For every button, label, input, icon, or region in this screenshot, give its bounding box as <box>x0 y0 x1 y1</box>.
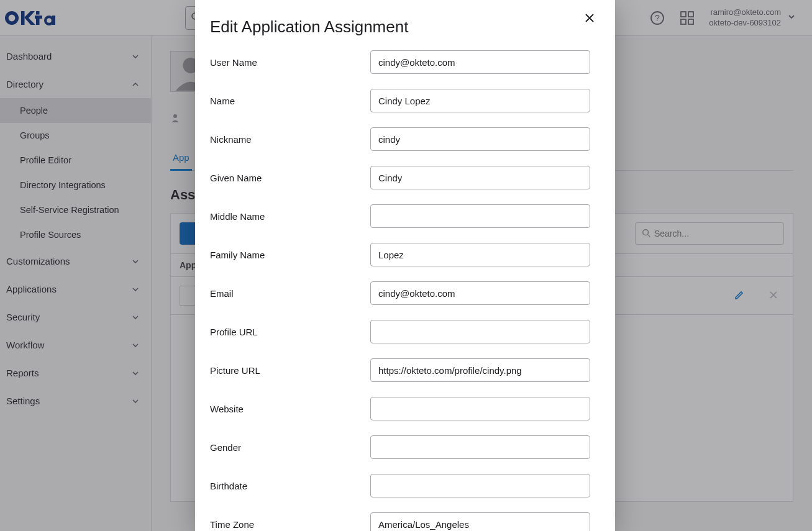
field-label: Profile URL <box>210 327 370 337</box>
field-label: Website <box>210 404 370 414</box>
website-input[interactable] <box>370 397 590 420</box>
profile-url-input[interactable] <box>370 320 590 343</box>
nickname-input[interactable] <box>370 127 590 151</box>
field-label: Nickname <box>210 134 370 145</box>
family-name-input[interactable] <box>370 243 590 266</box>
close-icon[interactable] <box>584 12 598 26</box>
time-zone-input[interactable] <box>370 512 590 531</box>
email-input[interactable] <box>370 281 590 305</box>
field-label: Given Name <box>210 173 370 183</box>
middle-name-input[interactable] <box>370 204 590 228</box>
field-label: Name <box>210 96 370 106</box>
field-label: Email <box>210 288 370 299</box>
user-name-input[interactable] <box>370 50 590 74</box>
field-label: Middle Name <box>210 211 370 222</box>
field-label: Birthdate <box>210 481 370 491</box>
birthdate-input[interactable] <box>370 474 590 497</box>
modal-title: Edit Application Assignment <box>210 17 590 37</box>
gender-input[interactable] <box>370 435 590 459</box>
field-label: Gender <box>210 442 370 453</box>
field-label: Picture URL <box>210 365 370 376</box>
given-name-input[interactable] <box>370 166 590 189</box>
field-label: Time Zone <box>210 519 370 530</box>
field-label: User Name <box>210 57 370 68</box>
picture-url-input[interactable] <box>370 358 590 382</box>
edit-assignment-modal: Edit Application Assignment User Name Na… <box>195 0 615 531</box>
field-label: Family Name <box>210 250 370 260</box>
name-input[interactable] <box>370 89 590 112</box>
